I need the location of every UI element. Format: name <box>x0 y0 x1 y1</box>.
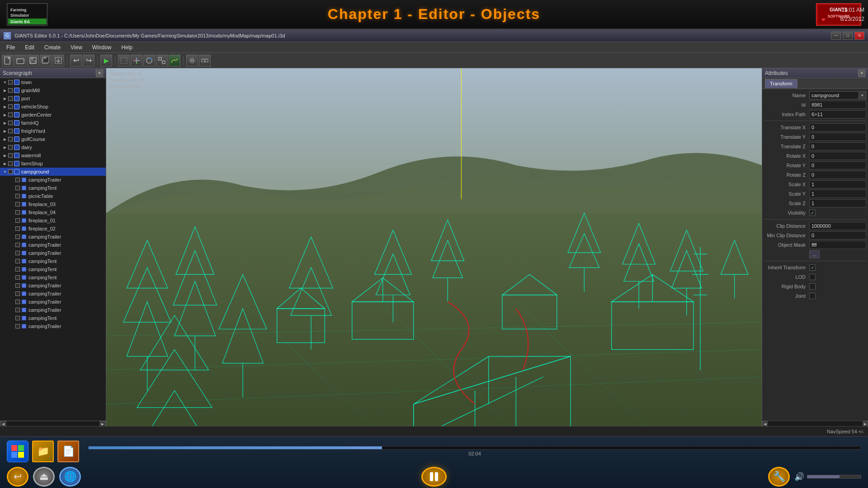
plugins-button[interactable] <box>199 55 211 66</box>
settings-button[interactable] <box>186 55 198 66</box>
tree-expand-icon[interactable] <box>9 201 15 207</box>
attr-scroll-track[interactable] <box>768 421 863 426</box>
tree-item[interactable]: campingTent <box>0 265 106 273</box>
menu-edit[interactable]: Edit <box>20 43 39 52</box>
tree-item[interactable]: campingTrailer <box>0 290 106 298</box>
tree-item[interactable]: campingTent <box>0 273 106 282</box>
tree-item[interactable]: campingTent <box>0 184 106 192</box>
attr-checkbox-lod[interactable] <box>809 274 816 280</box>
attr-checkbox-rigid-body[interactable] <box>809 283 816 290</box>
tree-expand-icon[interactable] <box>9 258 15 264</box>
attr-value-sy[interactable]: 1 <box>809 190 866 198</box>
tree-item[interactable]: fireplace_02 <box>0 225 106 233</box>
tree-item[interactable]: ▶watermill <box>0 151 106 160</box>
menu-file[interactable]: File <box>2 43 19 52</box>
tree-item[interactable]: campingTrailer <box>0 241 106 249</box>
back-button[interactable]: ↩ <box>7 467 28 487</box>
volume-slider[interactable] <box>807 475 861 479</box>
rotate-tool[interactable] <box>143 55 155 66</box>
attr-name-dropdown[interactable]: ▼ <box>859 91 866 99</box>
attributes-close-button[interactable]: ✕ <box>858 70 865 77</box>
tree-expand-icon[interactable]: ▶ <box>2 95 8 102</box>
app-button[interactable]: 📄 <box>57 441 79 462</box>
tree-expand-icon[interactable]: ▶ <box>2 112 8 118</box>
scroll-track-h[interactable] <box>6 421 99 426</box>
tree-item[interactable]: picnicTable <box>0 192 106 200</box>
attr-value-index-path[interactable]: 6>11 <box>809 110 866 118</box>
tree-item[interactable]: ▶farmShop <box>0 160 106 168</box>
attr-value-ry[interactable]: 0 <box>809 161 866 169</box>
tree-expand-icon[interactable] <box>9 291 15 297</box>
scroll-right-button[interactable]: ▶ <box>99 421 106 426</box>
tree-item[interactable]: campingTent <box>0 314 106 322</box>
undo-button[interactable]: ↩ <box>70 55 82 66</box>
attr-scroll-left[interactable]: ◀ <box>762 421 768 426</box>
attr-value-tz[interactable]: 0 <box>809 142 866 150</box>
tree-item[interactable]: campingTent <box>0 257 106 265</box>
tree-expand-icon[interactable]: ▶ <box>2 120 8 126</box>
open-button[interactable] <box>14 55 26 66</box>
menu-create[interactable]: Create <box>40 43 65 52</box>
tree-item[interactable]: fireplace_04 <box>0 208 106 216</box>
attr-value-id[interactable]: 8981 <box>809 101 866 109</box>
scenegraph-tree[interactable]: ▼town▶grainMill▶port▶vehicleShop▶gardenC… <box>0 78 106 421</box>
attr-value-obj-mask[interactable]: ffff <box>809 241 866 249</box>
tree-expand-icon[interactable]: ▶ <box>2 128 8 134</box>
tree-expand-icon[interactable]: ▶ <box>2 103 8 110</box>
tree-item[interactable]: ▶vehicleShop <box>0 103 106 111</box>
tree-expand-icon[interactable] <box>9 323 15 329</box>
redo-button[interactable]: ↪ <box>83 55 94 66</box>
settings-wrench-button[interactable]: 🔧 <box>768 467 790 487</box>
import-button[interactable] <box>52 55 64 66</box>
tree-item[interactable]: ▼town <box>0 78 106 86</box>
tree-item[interactable]: fireplace_03 <box>0 200 106 208</box>
tree-item[interactable]: ▶gardenCenter <box>0 111 106 119</box>
menu-help[interactable]: Help <box>117 43 137 52</box>
tree-item[interactable]: ▶golfCourse <box>0 135 106 143</box>
attr-value-clip-dist[interactable]: 1000000 <box>809 222 866 230</box>
attr-scroll-right[interactable]: ▶ <box>863 421 868 426</box>
viewport[interactable]: Distance 965.31 Triangles 423128 Vertice… <box>106 68 762 426</box>
tree-item[interactable]: campingTrailer <box>0 233 106 241</box>
attr-value-sz[interactable]: 1 <box>809 199 866 207</box>
tree-expand-icon[interactable]: ▶ <box>2 160 8 167</box>
attr-checkbox-inherit-transform[interactable] <box>809 264 816 271</box>
tree-expand-icon[interactable] <box>9 177 15 183</box>
close-button[interactable]: ✕ <box>854 32 864 40</box>
tab-transform[interactable]: Transform <box>765 79 797 88</box>
save-all-button[interactable] <box>40 55 52 66</box>
globe-button[interactable]: 🌐 <box>59 467 81 487</box>
tree-expand-icon[interactable] <box>9 217 15 224</box>
tree-expand-icon[interactable] <box>9 299 15 305</box>
attr-checkbox-visibility[interactable] <box>809 210 816 216</box>
attr-value-min-clip-dist[interactable]: 0 <box>809 231 866 239</box>
menu-window[interactable]: Window <box>88 43 116 52</box>
tree-expand-icon[interactable] <box>9 307 15 313</box>
tree-item[interactable]: ▶port <box>0 94 106 103</box>
tree-item[interactable]: ▶farmHQ <box>0 119 106 127</box>
translate-tool[interactable] <box>131 55 142 66</box>
tree-expand-icon[interactable]: ▼ <box>2 169 8 175</box>
tree-item[interactable]: ▼campground <box>0 168 106 176</box>
tree-expand-icon[interactable]: ▶ <box>2 136 8 142</box>
tree-item[interactable]: campingTrailer <box>0 282 106 290</box>
terrain-tool[interactable] <box>169 55 180 66</box>
tree-expand-icon[interactable] <box>9 315 15 321</box>
attr-dots-button[interactable]: ... <box>809 250 820 258</box>
attr-value-name[interactable]: campground <box>809 91 859 99</box>
tree-item[interactable]: ▶grainMill <box>0 86 106 94</box>
maximize-button[interactable]: □ <box>843 32 853 40</box>
attr-value-rz[interactable]: 0 <box>809 171 866 179</box>
progress-track[interactable] <box>88 446 861 450</box>
attr-checkbox-joint[interactable] <box>809 293 816 299</box>
tree-item[interactable]: campingTrailer <box>0 298 106 306</box>
attr-value-ty[interactable]: 0 <box>809 133 866 141</box>
tree-expand-icon[interactable]: ▶ <box>2 152 8 159</box>
tree-item[interactable]: ▶dairy <box>0 143 106 151</box>
new-button[interactable] <box>2 55 14 66</box>
tree-expand-icon[interactable] <box>9 250 15 256</box>
attr-value-rx[interactable]: 0 <box>809 152 866 160</box>
eject-button[interactable]: ⏏ <box>33 467 55 487</box>
tree-expand-icon[interactable] <box>9 282 15 289</box>
tree-item[interactable]: campingTrailer <box>0 322 106 330</box>
